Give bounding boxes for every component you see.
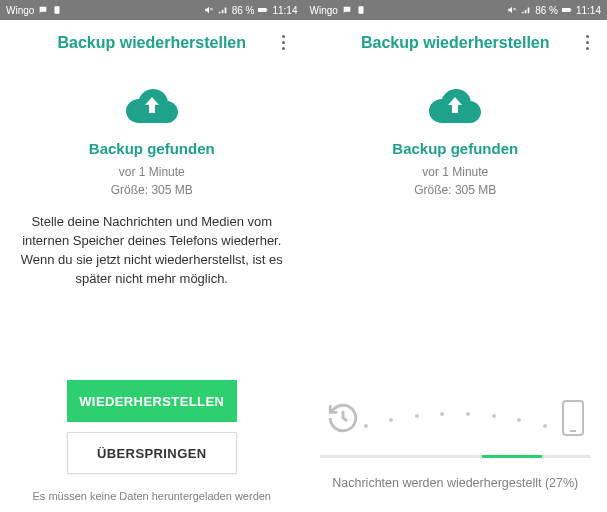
battery-label: 86 % <box>232 5 255 16</box>
svg-rect-8 <box>562 8 570 12</box>
page-title: Backup wiederherstellen <box>57 34 246 52</box>
page-title: Backup wiederherstellen <box>361 34 550 52</box>
chat-icon <box>38 5 48 15</box>
signal-icon <box>218 5 228 15</box>
backup-meta: vor 1 Minute Größe: 305 MB <box>414 163 496 199</box>
progress-area: Nachrichten werden wiederhergestellt (27… <box>304 399 608 512</box>
app-header: Backup wiederherstellen <box>304 20 608 66</box>
overflow-menu-button[interactable] <box>575 31 599 55</box>
main-content: Backup gefunden vor 1 Minute Größe: 305 … <box>0 66 304 380</box>
backup-size: Größe: 305 MB <box>111 181 193 199</box>
time-label: 11:14 <box>272 5 297 16</box>
backup-time: vor 1 Minute <box>111 163 193 181</box>
phone-icon <box>561 399 585 441</box>
history-icon <box>326 401 360 439</box>
app-header: Backup wiederherstellen <box>0 20 304 66</box>
download-footnote: Es müssen keine Daten heruntergeladen we… <box>33 490 271 502</box>
time-label: 11:14 <box>576 5 601 16</box>
progress-status-text: Nachrichten werden wiederhergestellt (27… <box>332 476 578 490</box>
overflow-menu-button[interactable] <box>272 31 296 55</box>
battery-label: 86 % <box>535 5 558 16</box>
svg-rect-9 <box>570 9 571 11</box>
backup-time: vor 1 Minute <box>414 163 496 181</box>
restore-description: Stelle deine Nachrichten und Medien vom … <box>16 213 288 288</box>
svg-rect-0 <box>55 6 60 14</box>
restore-button[interactable]: WIEDERHERSTELLEN <box>67 380 237 422</box>
svg-rect-10 <box>563 401 583 435</box>
status-bar: Wingo 86 % 11:14 <box>304 0 608 20</box>
sim-icon <box>356 5 366 15</box>
screen-right: Wingo 86 % 11:14 Backup wiederherstellen <box>304 0 608 512</box>
signal-icon <box>521 5 531 15</box>
backup-size: Größe: 305 MB <box>414 181 496 199</box>
backup-meta: vor 1 Minute Größe: 305 MB <box>111 163 193 199</box>
carrier-label: Wingo <box>6 5 34 16</box>
bottom-actions: WIEDERHERSTELLEN ÜBERSPRINGEN Es müssen … <box>0 380 304 512</box>
mute-icon <box>204 5 214 15</box>
cloud-upload-icon <box>427 86 483 130</box>
sim-icon <box>52 5 62 15</box>
transfer-animation <box>320 399 592 441</box>
battery-icon <box>258 5 268 15</box>
skip-button[interactable]: ÜBERSPRINGEN <box>67 432 237 474</box>
mute-icon <box>507 5 517 15</box>
main-content: Backup gefunden vor 1 Minute Größe: 305 … <box>304 66 608 399</box>
svg-rect-3 <box>258 8 266 12</box>
progress-indicator <box>482 455 542 458</box>
progress-bar <box>320 455 592 458</box>
battery-icon <box>562 5 572 15</box>
status-bar: Wingo 86 % 11:14 <box>0 0 304 20</box>
carrier-label: Wingo <box>310 5 338 16</box>
svg-rect-5 <box>358 6 363 14</box>
backup-found-title: Backup gefunden <box>89 140 215 157</box>
backup-found-title: Backup gefunden <box>392 140 518 157</box>
cloud-upload-icon <box>124 86 180 130</box>
svg-rect-4 <box>267 9 268 11</box>
chat-icon <box>342 5 352 15</box>
screen-left: Wingo 86 % 11:14 Backup wiederherstellen <box>0 0 304 512</box>
